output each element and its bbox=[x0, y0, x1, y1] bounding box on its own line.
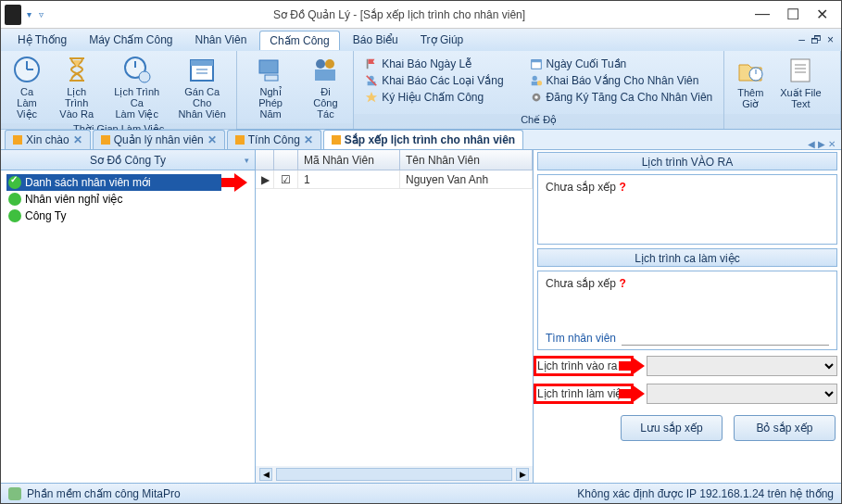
gan-ca-button[interactable]: Gán Ca ChoNhân Viên bbox=[171, 53, 232, 121]
calendar-small-icon bbox=[530, 57, 543, 70]
ngay-cuoi-tuan-button[interactable]: Ngày Cuối Tuần bbox=[528, 57, 715, 71]
them-gio-button[interactable]: ThêmGiờ bbox=[728, 54, 773, 111]
close-icon[interactable]: ✕ bbox=[304, 133, 313, 146]
doctab-quan-ly-nv[interactable]: Quản lý nhân viên✕ bbox=[93, 130, 225, 149]
grid-row[interactable]: ▶ ☑ 1 Nguyen Van Anh bbox=[256, 170, 533, 189]
quick-access-toolbar: ▾ ▿ bbox=[27, 9, 44, 19]
company-tree: Danh sách nhân viên mới Nhân viên nghỉ v… bbox=[1, 170, 255, 228]
grid-check-header[interactable] bbox=[274, 150, 298, 170]
doctab-icon bbox=[235, 135, 245, 145]
close-button[interactable]: ✕ bbox=[816, 6, 828, 23]
clock-icon bbox=[12, 55, 42, 84]
lich-trinh-vao-ra-button[interactable]: Lịch TrìnhVào Ra bbox=[51, 53, 102, 121]
tree-item-company[interactable]: Công Ty bbox=[6, 208, 249, 224]
computer-icon bbox=[256, 55, 285, 84]
tab-he-thong[interactable]: Hệ Thống bbox=[8, 31, 76, 49]
annotation-arrow-icon bbox=[221, 175, 249, 190]
di-cong-tac-button[interactable]: Đi CôngTác bbox=[302, 53, 349, 121]
close-icon[interactable]: ✕ bbox=[73, 133, 82, 146]
doctab-tinh-cong[interactable]: Tính Công✕ bbox=[227, 130, 321, 149]
save-button[interactable]: Lưu sắp xếp bbox=[621, 415, 723, 441]
vao-ra-select[interactable] bbox=[647, 356, 837, 376]
tree-item-resigned-employees[interactable]: Nhân viên nghỉ việc bbox=[6, 191, 249, 208]
clock-gear-icon bbox=[122, 55, 152, 84]
calendar-icon bbox=[187, 55, 217, 84]
status-bar: Phần mềm chấm công MitaPro Không xác địn… bbox=[1, 483, 841, 503]
status-icon bbox=[8, 487, 21, 500]
title-bar: ▾ ▿ Sơ Đồ Quản Lý - [Sắp xếp lịch trình … bbox=[1, 1, 841, 29]
ribbon-group-mode-label: Chế Độ bbox=[354, 114, 723, 129]
hourglass-icon bbox=[62, 55, 92, 84]
window-title: Sơ Đồ Quản Lý - [Sắp xếp lịch trình cho … bbox=[44, 8, 755, 21]
lam-viec-select-label: Lịch trình làm việc bbox=[537, 387, 630, 400]
status-right: Không xác định được IP 192.168.1.24 trên… bbox=[577, 487, 834, 500]
doctab-nav[interactable]: ◀ ▶ ✕ bbox=[808, 139, 841, 149]
ca-lam-viec-button[interactable]: Ca LàmViệc bbox=[5, 53, 49, 121]
svg-rect-14 bbox=[315, 69, 335, 81]
section-ca-box: Chưa sắp xếp ? Tìm nhân viên bbox=[537, 271, 837, 350]
grid-id-header[interactable]: Mã Nhân Viên bbox=[298, 150, 400, 170]
section-vao-ra-header: Lịch trình VÀO RA bbox=[537, 152, 837, 170]
row-checkbox[interactable]: ☑ bbox=[274, 170, 298, 188]
ky-hieu-button[interactable]: Ký Hiệu Chấm Công bbox=[363, 90, 505, 105]
vao-ra-select-label: Lịch trình vào ra bbox=[537, 359, 630, 372]
gear-icon bbox=[530, 91, 543, 104]
annotation-arrow-icon bbox=[619, 359, 647, 373]
tab-tro-giup[interactable]: Trợ Giúp bbox=[411, 31, 473, 49]
flag-icon bbox=[365, 57, 378, 70]
maximize-button[interactable]: ☐ bbox=[786, 6, 799, 23]
grid-selector-header[interactable] bbox=[256, 150, 274, 170]
row-name: Nguyen Van Anh bbox=[400, 170, 533, 188]
sidebar: Sơ Đồ Công Ty Danh sách nhân viên mới Nh… bbox=[1, 150, 256, 483]
search-label: Tìm nhân viên bbox=[546, 332, 616, 345]
tab-bao-bieu[interactable]: Báo Biểu bbox=[344, 31, 408, 49]
khai-bao-vang-nv-button[interactable]: Khai Báo Vắng Cho Nhân Viên bbox=[528, 73, 715, 88]
section-ca-header: Lịch trình ca làm việc bbox=[537, 248, 837, 267]
circle-icon bbox=[8, 193, 21, 206]
svg-point-25 bbox=[534, 95, 538, 99]
svg-point-23 bbox=[536, 81, 541, 85]
close-icon[interactable]: ✕ bbox=[207, 133, 217, 146]
doctab-icon bbox=[101, 135, 110, 145]
sidebar-title: Sơ Đồ Công Ty bbox=[1, 150, 255, 170]
tab-may-cham-cong[interactable]: Máy Chấm Công bbox=[80, 31, 182, 49]
lam-viec-select[interactable] bbox=[647, 384, 837, 404]
right-panel: Lịch trình VÀO RA Chưa sắp xếp ? Lịch tr… bbox=[534, 150, 841, 483]
minimize-button[interactable]: — bbox=[755, 6, 770, 23]
scroll-right-icon[interactable]: ▶ bbox=[516, 468, 529, 481]
search-input[interactable] bbox=[622, 330, 829, 346]
horizontal-scrollbar[interactable]: ◀ ▶ bbox=[256, 466, 533, 483]
mdi-restore-icon[interactable]: 🗗 bbox=[811, 33, 822, 46]
row-indicator-icon: ▶ bbox=[256, 170, 274, 188]
people-icon bbox=[310, 55, 340, 84]
khai-bao-ngay-le-button[interactable]: Khai Báo Ngày Lễ bbox=[363, 57, 505, 71]
user-warn-icon bbox=[530, 74, 543, 87]
mdi-minimize-icon[interactable]: – bbox=[798, 33, 805, 46]
text-file-icon bbox=[785, 56, 815, 85]
grid-header: Mã Nhân Viên Tên Nhân Viên bbox=[256, 150, 533, 170]
scroll-left-icon[interactable]: ◀ bbox=[259, 468, 272, 481]
svg-rect-7 bbox=[191, 60, 213, 66]
dang-ky-tang-ca-button[interactable]: Đăng Ký Tăng Ca Cho Nhân Viên bbox=[528, 90, 715, 105]
scroll-track[interactable] bbox=[276, 468, 512, 481]
cancel-button[interactable]: Bỏ sắp xếp bbox=[734, 415, 836, 441]
qat-dropdown-icon[interactable]: ▾ bbox=[27, 9, 31, 19]
star-icon bbox=[365, 91, 378, 104]
question-icon: ? bbox=[619, 181, 625, 194]
tree-item-new-employees[interactable]: Danh sách nhân viên mới bbox=[6, 174, 221, 191]
workarea: Sơ Đồ Công Ty Danh sách nhân viên mới Nh… bbox=[1, 150, 841, 483]
grid-name-header[interactable]: Tên Nhân Viên bbox=[400, 150, 533, 170]
nghi-phep-button[interactable]: Nghỉ PhépNăm bbox=[241, 53, 299, 121]
status-left: Phần mềm chấm công MitaPro bbox=[27, 487, 181, 500]
xuat-file-button[interactable]: Xuất FileText bbox=[774, 54, 826, 111]
tab-nhan-vien[interactable]: Nhân Viên bbox=[186, 31, 257, 49]
khai-bao-vang-button[interactable]: Khai Báo Các Loại Vắng bbox=[363, 73, 505, 88]
doctab-sap-xep[interactable]: Sắp xếp lịch trình cho nhân viên bbox=[323, 130, 523, 149]
tab-cham-cong[interactable]: Chấm Công bbox=[259, 31, 339, 50]
lich-trinh-ca-button[interactable]: Lịch Trình CaLàm Việc bbox=[104, 53, 170, 121]
svg-rect-11 bbox=[265, 75, 278, 81]
svg-rect-20 bbox=[531, 60, 541, 63]
svg-point-21 bbox=[532, 76, 536, 81]
mdi-close-icon[interactable]: × bbox=[827, 33, 834, 46]
doctab-xin-chao[interactable]: Xin chào✕ bbox=[5, 130, 91, 149]
